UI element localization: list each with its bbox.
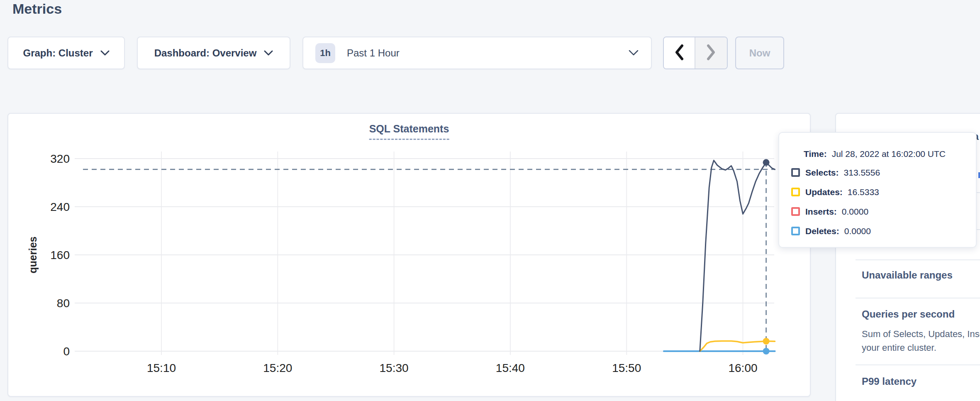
now-button[interactable]: Now — [735, 37, 784, 69]
time-range-pager — [663, 37, 728, 69]
svg-text:0: 0 — [63, 345, 70, 358]
sidebar-description-queries-per-second: Sum of Selects, Updates, Inser your enti… — [862, 327, 980, 355]
sidebar-heading-unavailable-ranges: Unavailable ranges — [862, 269, 953, 281]
chevron-left-icon — [674, 44, 684, 62]
sidebar-divider — [856, 259, 980, 260]
tooltip-deletes-value: 0.0000 — [844, 226, 871, 236]
tooltip-selects-label: Selects: — [805, 168, 839, 178]
svg-text:15:30: 15:30 — [380, 362, 409, 374]
tooltip-inserts-label: Inserts: — [805, 207, 837, 217]
tooltip-time-value: Jul 28, 2022 at 16:02:00 UTC — [832, 149, 946, 159]
svg-text:240: 240 — [50, 200, 70, 213]
time-range-badge: 1h — [315, 43, 335, 63]
sql-statements-chart[interactable]: 15:1015:2015:3015:4015:5016:000801602403… — [8, 114, 812, 398]
chart-hover-tooltip: Time: Jul 28, 2022 at 16:02:00 UTC Selec… — [778, 132, 977, 248]
updates-swatch-icon — [791, 188, 800, 196]
previous-range-button[interactable] — [664, 37, 695, 68]
dashboard-dropdown[interactable]: Dashboard: Overview — [137, 37, 290, 69]
svg-text:15:10: 15:10 — [147, 362, 176, 374]
svg-text:15:20: 15:20 — [263, 362, 292, 374]
tooltip-inserts-value: 0.0000 — [842, 207, 868, 217]
tooltip-selects-value: 313.5556 — [844, 168, 880, 178]
tooltip-updates-label: Updates: — [805, 187, 843, 197]
graph-dropdown-label: Graph: Cluster — [23, 47, 93, 59]
svg-text:16:00: 16:00 — [728, 362, 757, 374]
dashboard-dropdown-label: Dashboard: Overview — [154, 47, 257, 59]
deletes-swatch-icon — [791, 227, 800, 235]
time-range-dropdown[interactable]: 1h Past 1 Hour — [302, 37, 652, 69]
svg-text:15:40: 15:40 — [496, 362, 525, 374]
svg-text:80: 80 — [57, 297, 70, 310]
sidebar-heading-queries-per-second: Queries per second — [862, 308, 955, 320]
next-range-button[interactable] — [695, 37, 727, 68]
tooltip-updates-value: 16.5333 — [848, 187, 879, 197]
inserts-swatch-icon — [791, 207, 800, 216]
svg-text:queries: queries — [27, 237, 39, 274]
svg-text:320: 320 — [50, 152, 70, 165]
tooltip-deletes-label: Deletes: — [805, 226, 839, 236]
sidebar-divider — [856, 298, 980, 298]
clipped-blue-fragment — [978, 172, 980, 178]
chevron-down-icon — [264, 50, 273, 56]
selects-swatch-icon — [791, 168, 800, 177]
sidebar-divider — [856, 364, 980, 365]
chevron-down-icon — [629, 50, 639, 56]
graph-dropdown[interactable]: Graph: Cluster — [7, 37, 125, 69]
time-range-label: Past 1 Hour — [347, 47, 400, 59]
svg-text:15:50: 15:50 — [612, 362, 641, 374]
metrics-page: { "page": { "title": "Metrics" }, "toolb… — [0, 0, 980, 401]
sql-statements-card: SQL Statements 15:1015:2015:3015:4015:50… — [7, 113, 811, 397]
sidebar-heading-p99-latency: P99 latency — [862, 376, 917, 387]
chevron-right-icon — [706, 44, 716, 62]
svg-text:160: 160 — [50, 249, 70, 262]
chevron-down-icon — [100, 50, 110, 56]
page-title: Metrics — [12, 1, 62, 17]
tooltip-time-label: Time: — [804, 145, 827, 163]
